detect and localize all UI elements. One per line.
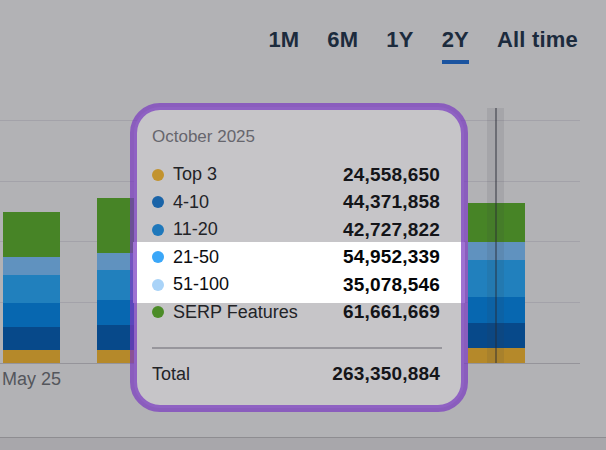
tab-all-time[interactable]: All time (497, 27, 578, 64)
series-value: 24,558,650 (343, 164, 440, 186)
series-value: 44,371,858 (343, 191, 440, 213)
series-label: 21-50 (173, 247, 219, 268)
series-dot-icon (152, 279, 164, 291)
bar-segment (3, 212, 60, 257)
tooltip-total-value: 263,350,884 (332, 363, 440, 385)
tooltip-row-51-100: 51-10035,078,546 (152, 271, 440, 299)
tab-1y[interactable]: 1Y (386, 27, 413, 64)
bar-segment (3, 327, 60, 350)
series-value: 42,727,822 (343, 219, 440, 241)
tab-6m[interactable]: 6M (327, 27, 358, 64)
series-label: Top 3 (173, 164, 217, 185)
series-label: 4-10 (173, 192, 209, 213)
tab-1m[interactable]: 1M (268, 27, 299, 64)
tab-2y[interactable]: 2Y (442, 27, 469, 64)
hover-crosshair-line (495, 108, 497, 363)
tooltip-row-21-50: 21-5054,952,339 (152, 244, 440, 272)
series-label: 11-20 (173, 219, 218, 240)
bottom-panel-edge (0, 437, 606, 450)
series-dot-icon (152, 196, 164, 208)
tooltip-row-11-20: 11-2042,727,822 (152, 216, 440, 244)
series-dot-icon (152, 224, 164, 236)
series-value: 35,078,546 (343, 274, 440, 296)
series-value: 54,952,339 (343, 246, 440, 268)
tooltip-total-row: Total 263,350,884 (152, 363, 440, 385)
series-dot-icon (152, 169, 164, 181)
tooltip-total-label: Total (152, 364, 190, 385)
tooltip-rows: Top 324,558,6504-1044,371,85811-2042,727… (152, 161, 440, 326)
tooltip-row-serp-features: SERP Features61,661,669 (152, 299, 440, 327)
series-label: 51-100 (173, 274, 229, 295)
series-label: SERP Features (173, 302, 298, 323)
series-dot-icon (152, 251, 164, 263)
chart-tooltip: October 2025 Top 324,558,6504-1044,371,8… (130, 103, 468, 412)
bar-segment (3, 257, 60, 275)
tooltip-title: October 2025 (152, 127, 255, 147)
tooltip-row-4-10: 4-1044,371,858 (152, 189, 440, 217)
series-dot-icon (152, 306, 164, 318)
rankings-trend-panel: May 25 1M6M1Y2YAll time October 2025 Top… (0, 0, 606, 450)
stacked-bar[interactable] (3, 212, 60, 363)
bar-segment (3, 275, 60, 303)
tooltip-row-top-3: Top 324,558,650 (152, 161, 440, 189)
bar-segment (3, 350, 60, 363)
date-range-tabs: 1M6M1Y2YAll time (268, 27, 578, 64)
series-value: 61,661,669 (343, 301, 440, 323)
x-axis-tick-label: May 25 (2, 369, 61, 390)
bar-segment (3, 303, 60, 327)
tooltip-divider (152, 347, 442, 349)
